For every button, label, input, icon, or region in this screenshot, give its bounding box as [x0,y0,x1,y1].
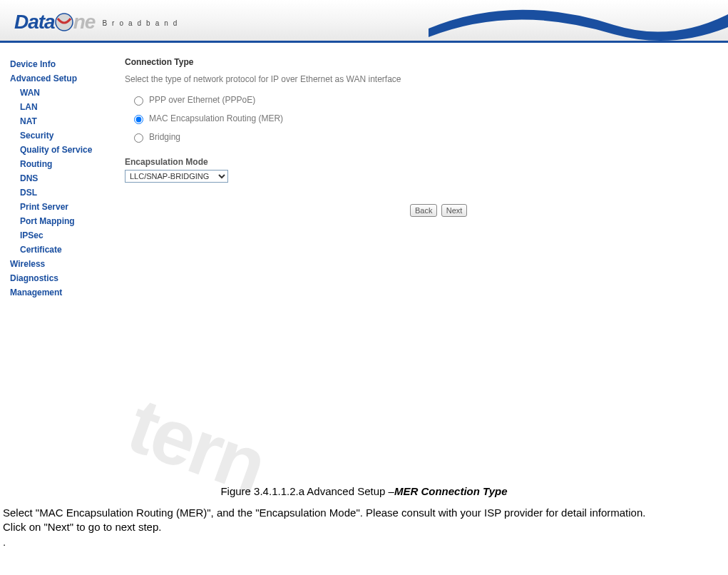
main-panel: Connection Type Select the type of netwo… [125,57,728,300]
radio-mer[interactable] [134,115,143,124]
radio-label-mer: MAC Encapsulation Routing (MER) [149,113,283,123]
next-button[interactable]: Next [441,204,468,217]
sidebar: Device Info Advanced Setup WAN LAN NAT S… [0,57,125,300]
sidebar-item-port-mapping[interactable]: Port Mapping [10,214,125,228]
helper-text: Select the type of network protocol for … [125,74,707,84]
sidebar-item-qos[interactable]: Quality of Service [10,143,125,157]
radio-pppoe[interactable] [134,96,143,106]
page-title: Connection Type [125,57,707,67]
sidebar-item-lan[interactable]: LAN [10,100,125,114]
sidebar-item-dns[interactable]: DNS [10,171,125,185]
app-header: Data ne Broadband [0,0,728,43]
encap-mode-label: Encapsulation Mode [125,157,707,167]
body-p2: Click on "Next" to go to next step. [3,520,725,534]
back-button[interactable]: Back [410,204,437,217]
sidebar-item-diagnostics[interactable]: Diagnostics [10,271,125,285]
radio-label-bridging: Bridging [149,132,180,142]
figure-caption-emph: MER Connection Type [394,485,508,497]
logo-word1: Data [14,11,55,34]
figure-caption: Figure 3.4.1.1.2.a Advanced Setup –MER C… [3,485,725,497]
header-swoosh-icon [429,0,728,43]
radio-row-pppoe[interactable]: PPP over Ethernet (PPPoE) [130,94,707,106]
sidebar-item-nat[interactable]: NAT [10,114,125,128]
sidebar-item-security[interactable]: Security [10,128,125,143]
figure-caption-block: Figure 3.4.1.1.2.a Advanced Setup –MER C… [0,485,728,549]
sidebar-item-dsl[interactable]: DSL [10,185,125,200]
sidebar-item-management[interactable]: Management [10,285,125,300]
radio-label-pppoe: PPP over Ethernet (PPPoE) [149,95,255,105]
figure-caption-prefix: Figure 3.4.1.1.2.a Advanced Setup – [220,485,394,497]
logo-tagline: Broadband [102,19,182,27]
logo-word2: ne [73,11,96,34]
sidebar-item-wireless[interactable]: Wireless [10,257,125,271]
sidebar-item-wan[interactable]: WAN [10,86,125,100]
body-p1: Select "MAC Encapsulation Routing (MER)"… [3,506,725,520]
encap-mode-select[interactable]: LLC/SNAP-BRIDGING [125,170,228,183]
sidebar-item-device-info[interactable]: Device Info [10,57,125,71]
sidebar-item-ipsec[interactable]: IPSec [10,228,125,243]
radio-bridging[interactable] [134,133,143,143]
sidebar-item-print-server[interactable]: Print Server [10,200,125,214]
button-row: Back Next [410,204,707,217]
body-p3: . [3,535,725,549]
sidebar-item-routing[interactable]: Routing [10,157,125,171]
sidebar-item-certificate[interactable]: Certificate [10,243,125,257]
logo: Data ne Broadband [14,7,182,34]
radio-row-bridging[interactable]: Bridging [130,131,707,143]
radio-row-mer[interactable]: MAC Encapsulation Routing (MER) [130,113,707,124]
sidebar-item-advanced-setup[interactable]: Advanced Setup [10,71,125,86]
logo-globe-icon [53,11,75,33]
